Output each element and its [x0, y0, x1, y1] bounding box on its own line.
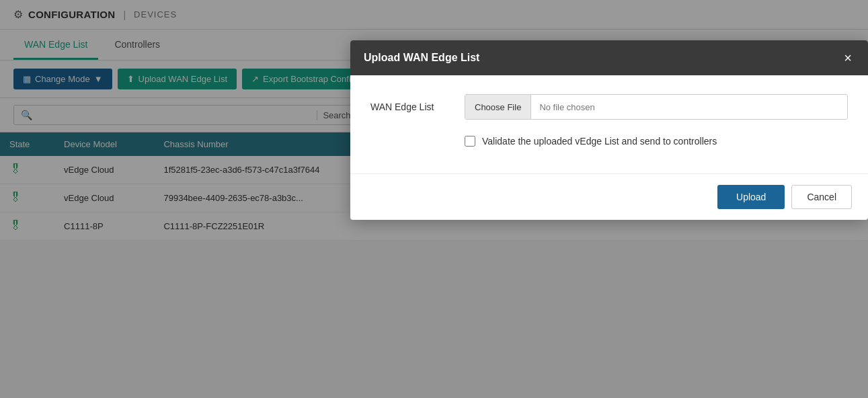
- file-input-wrap: Choose File No file chosen: [465, 94, 848, 120]
- validate-checkbox[interactable]: [465, 136, 475, 147]
- validate-label: Validate the uploaded vEdge List and sen…: [482, 136, 717, 147]
- modal-body: WAN Edge List Choose File No file chosen…: [350, 75, 868, 173]
- modal-footer: Upload Cancel: [350, 173, 868, 220]
- wan-edge-list-form-row: WAN Edge List Choose File No file chosen: [370, 94, 848, 120]
- modal-overlay: Upload WAN Edge List × WAN Edge List Cho…: [0, 0, 868, 398]
- no-file-chosen-text: No file chosen: [531, 102, 602, 112]
- upload-button[interactable]: Upload: [717, 185, 785, 209]
- modal-header: Upload WAN Edge List ×: [350, 40, 868, 75]
- modal-close-button[interactable]: ×: [841, 51, 855, 65]
- cancel-button[interactable]: Cancel: [791, 185, 852, 209]
- wan-edge-list-label: WAN Edge List: [370, 102, 465, 112]
- validate-checkbox-row: Validate the uploaded vEdge List and sen…: [465, 136, 848, 147]
- modal-title: Upload WAN Edge List: [364, 52, 479, 64]
- upload-wan-edge-list-modal: Upload WAN Edge List × WAN Edge List Cho…: [350, 40, 868, 220]
- choose-file-button[interactable]: Choose File: [465, 95, 531, 119]
